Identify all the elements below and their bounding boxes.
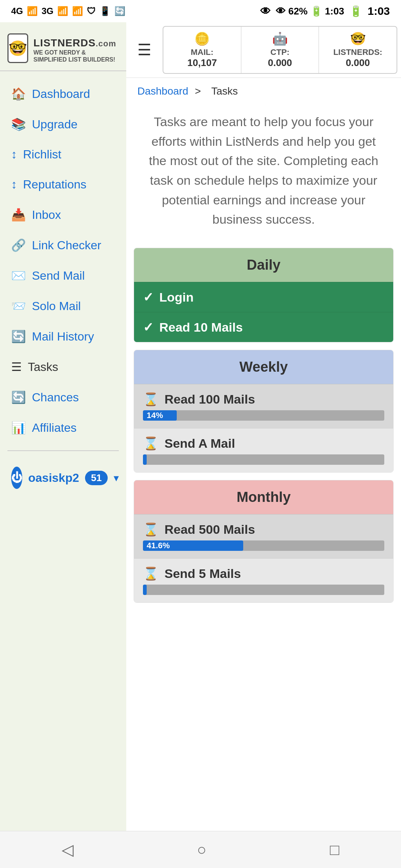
sidebar-item-chances[interactable]: 🔄 Chances [0,382,126,412]
stat-listnerds: 🤓 LISTNERDS: 0.000 [319,27,397,73]
upgrade-icon: 📚 [11,117,26,131]
send5-progress-container [143,585,384,595]
weekly-header: Weekly [134,350,393,384]
status-bar: 4G 📶 3G 📶 📶 🛡 📱 🔄 👁 👁 62% 🔋 1:03 🔋 1:03 [0,0,401,22]
sidebar-item-mail-history[interactable]: 🔄 Mail History [0,321,126,352]
monthly-header: Monthly [134,480,393,514]
breadcrumb-parent[interactable]: Dashboard [137,85,188,97]
wifi-icon: 📶 [72,6,83,16]
home-icon: 🏠 [11,87,26,101]
listnerds-icon: 🤓 [350,31,366,46]
avatar: ⏻ [11,467,22,489]
reputations-icon: ↕️ [11,178,17,191]
solo-mail-icon: 📨 [11,299,26,313]
sidebar-item-solo-mail[interactable]: 📨 Solo Mail [0,291,126,321]
checkmark2-icon: ✓ [143,320,153,335]
network-icons: 4G [11,6,23,16]
logo-icon: 🤓 [7,33,28,63]
richlist-icon: ↕️ [11,148,17,161]
top-header: ☰ 🪙 MAIL: 10,107 🤖 CTP: 0.000 🤓 LISTNERD… [126,22,401,78]
tasks-icon: ☰ [11,360,22,374]
daily-task-login: ✓ Login [134,282,393,312]
read500-progress-bar: 41.6% [143,540,243,551]
eye-icon: 👁 [260,5,271,17]
content-area: ☰ 🪙 MAIL: 10,107 🤖 CTP: 0.000 🤓 LISTNERD… [126,22,401,868]
stat-mail: 🪙 MAIL: 10,107 [163,27,241,73]
hamburger-button[interactable]: ☰ [130,26,159,74]
sync-icon: 🔄 [114,6,125,16]
status-right: 👁 👁 62% 🔋 1:03 🔋 1:03 [260,5,390,17]
daily-task-read10: ✓ Read 10 Mails [134,312,393,342]
hourglass-icon: ⌛ [143,392,159,407]
checkmark-icon: ✓ [143,290,153,305]
stats-bar: 🪙 MAIL: 10,107 🤖 CTP: 0.000 🤓 LISTNERDS:… [163,26,397,74]
signal-icon: 📶 [27,6,38,16]
weekly-task-read100: ⌛ Read 100 Mails 14% [134,384,393,428]
read100-progress-container: 14% [143,410,384,421]
hourglass3-icon: ⌛ [143,522,159,537]
link-checker-icon: 🔗 [11,238,26,252]
stat-ctp: 🤖 CTP: 0.000 [241,27,319,73]
breadcrumb-separator: > [195,85,201,97]
send-mail-icon: ✉️ [11,269,26,283]
mail-coin-icon: 🪙 [194,31,210,46]
sidebar: 🤓 LISTNERDS.com WE GOT NERDY & SIMPLIFIE… [0,22,126,868]
mail-history-icon: 🔄 [11,329,26,343]
main-layout: 🤓 LISTNERDS.com WE GOT NERDY & SIMPLIFIE… [0,22,401,868]
sidebar-item-tasks[interactable]: ☰ Tasks [0,352,126,382]
weekly-task-send-mail: ⌛ Send A Mail [134,428,393,472]
whatsapp-icon: 📱 [100,6,111,16]
ctp-icon: 🤖 [272,31,288,46]
logo-sub: WE GOT NERDY & SIMPLIFIED LIST BUILDERS! [33,49,119,63]
sidebar-item-inbox[interactable]: 📥 Inbox [0,200,126,230]
sidebar-item-send-mail[interactable]: ✉️ Send Mail [0,260,126,291]
sidebar-item-link-checker[interactable]: 🔗 Link Checker [0,230,126,260]
monthly-section: Monthly ⌛ Read 500 Mails 41.6% ⌛ Send 5 … [134,480,394,603]
breadcrumb-current: Tasks [211,85,238,97]
username: oasiskp2 [28,471,79,485]
home-button[interactable]: ○ [182,837,221,862]
bottom-nav: ◁ ○ □ [0,831,401,868]
sidebar-item-richlist[interactable]: ↕️ Richlist [0,139,126,170]
recent-button[interactable]: □ [315,837,354,862]
monthly-task-read500: ⌛ Read 500 Mails 41.6% [134,514,393,558]
time-display: 1:03 [368,5,390,17]
send-mail-progress-bar [143,454,147,465]
battery-percent: 👁 62% 🔋 1:03 [276,6,344,17]
status-left: 4G 📶 3G 📶 📶 🛡 📱 🔄 [11,6,125,16]
inbox-icon: 📥 [11,208,26,222]
battery-icon: 🔋 [349,5,362,17]
breadcrumb: Dashboard > Tasks [126,78,401,101]
monthly-task-send5: ⌛ Send 5 Mails [134,558,393,602]
hourglass4-icon: ⌛ [143,566,159,581]
user-area[interactable]: ⏻ oasiskp2 51 ▾ [0,458,126,497]
send-mail-progress-container [143,454,384,465]
daily-header: Daily [134,248,393,282]
send5-progress-bar [143,585,147,595]
shield-icon: 🛡 [87,6,96,16]
logo-title: LISTNERDS.com [33,33,119,49]
hourglass2-icon: ⌛ [143,436,159,451]
read100-progress-bar: 14% [143,410,177,421]
chances-icon: 🔄 [11,390,26,404]
back-button[interactable]: ◁ [47,837,88,862]
daily-section: Daily ✓ Login ✓ Read 10 Mails [134,248,394,342]
3g-icon: 3G [42,6,53,16]
sidebar-item-dashboard[interactable]: 🏠 Dashboard [0,79,126,109]
chevron-down-icon[interactable]: ▾ [114,472,119,484]
weekly-section: Weekly ⌛ Read 100 Mails 14% ⌛ Send A Mai… [134,350,394,473]
sidebar-item-upgrade[interactable]: 📚 Upgrade [0,109,126,139]
logo-area: 🤓 LISTNERDS.com WE GOT NERDY & SIMPLIFIE… [0,30,126,71]
user-badge: 51 [85,471,108,485]
sidebar-divider [7,450,119,451]
signal2-icon: 📶 [57,6,68,16]
sidebar-item-affiliates[interactable]: 📊 Affiliates [0,412,126,443]
task-description: Tasks are meant to help you focus your e… [126,101,401,240]
read500-progress-container: 41.6% [143,540,384,551]
sidebar-item-reputations[interactable]: ↕️ Reputations [0,170,126,200]
affiliates-icon: 📊 [11,421,26,435]
